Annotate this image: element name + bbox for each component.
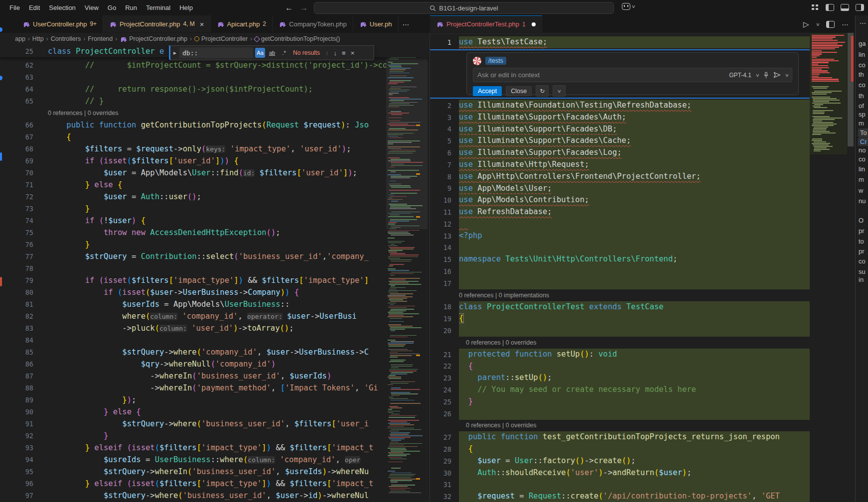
code-line[interactable]: 6use Illuminate\Support\Facades\Log; [430, 147, 810, 159]
forward-button[interactable]: → [300, 3, 308, 12]
line-number[interactable]: 73 [0, 205, 33, 213]
tab-apicart-php[interactable]: Apicart.php2 [211, 15, 273, 32]
line-number[interactable]: 1 [430, 38, 451, 46]
line-number[interactable]: 97 [0, 492, 33, 500]
code-line[interactable]: 97 $strQuery->where('business_user_id', … [0, 490, 430, 502]
code-line[interactable]: 11use RefreshDatabase; [430, 206, 810, 218]
line-number[interactable]: 65 [0, 97, 33, 105]
copilot-menu[interactable]: ∨ [622, 3, 635, 10]
line-number[interactable]: 5 [430, 137, 451, 145]
line-number[interactable]: 28 [430, 445, 451, 453]
codelens-label[interactable]: 0 references | 0 overrides [48, 110, 119, 117]
line-number[interactable]: 75 [0, 229, 33, 237]
code-line[interactable]: 32 $request = Request::create('/api/cont… [430, 491, 810, 502]
code-line[interactable]: 78 [0, 262, 430, 274]
tab-user-ph[interactable]: User.ph [353, 15, 399, 32]
line-number[interactable]: 95 [0, 468, 33, 476]
line-number[interactable]: 62 [0, 61, 33, 69]
line-number[interactable]: 10 [430, 196, 451, 204]
whole-word-toggle[interactable]: ab [267, 48, 277, 58]
line-number[interactable]: 8 [430, 173, 451, 181]
breadcrumb-item[interactable]: app [15, 35, 25, 42]
codelens-label[interactable]: 0 references | 0 overrides [466, 422, 537, 429]
run-button[interactable]: ▷ [803, 20, 809, 29]
line-number[interactable]: 2 [430, 102, 451, 110]
minimap[interactable] [386, 45, 428, 502]
menu-go[interactable]: Go [103, 4, 121, 11]
breadcrumb[interactable]: app›Http›Controllers›Frontend›ProjectCon… [0, 33, 430, 45]
command-center[interactable]: B1G1-design-laravel [314, 2, 614, 14]
line-number[interactable]: 25 [430, 398, 451, 406]
line-number[interactable]: 92 [0, 432, 33, 440]
line-number[interactable]: 96 [0, 480, 33, 488]
code-line[interactable]: 85 $strQuery->where('company_id', $user-… [0, 346, 430, 358]
close-button[interactable]: Close [506, 86, 532, 96]
code-line[interactable]: 19{ [430, 313, 810, 325]
line-number[interactable]: 31 [430, 481, 451, 489]
tab-companytoken-php[interactable]: CompanyToken.php [273, 15, 353, 32]
code-line[interactable]: 84 [0, 334, 430, 346]
line-number[interactable]: 90 [0, 408, 33, 416]
code-line[interactable]: 8use App\Http\Controllers\Frontend\Proje… [430, 171, 810, 183]
line-number[interactable]: 13 [430, 232, 451, 240]
breadcrumb-item[interactable]: getContributionTopProjects() [255, 35, 340, 42]
code-line[interactable]: 71 } else { [0, 179, 430, 191]
line-number[interactable]: 87 [0, 372, 33, 380]
code-line[interactable]: 14 [430, 242, 810, 254]
line-number[interactable]: 22 [430, 362, 451, 370]
line-number[interactable]: 67 [0, 133, 33, 141]
code-line[interactable]: 94 $usreIds = UserBusiness::where(column… [0, 454, 430, 466]
code-line[interactable]: 75 throw new AccessDeniedHttpException()… [0, 227, 430, 239]
code-line[interactable]: 12 [430, 218, 810, 230]
line-number[interactable]: 84 [0, 336, 33, 344]
line-number[interactable]: 86 [0, 360, 33, 368]
line-number[interactable]: 32 [430, 493, 451, 501]
minimap-right[interactable] [810, 33, 847, 502]
code-line[interactable]: 20 [430, 325, 810, 337]
find-close-icon[interactable]: × [349, 49, 356, 57]
code-line[interactable]: 81 $userIds = App\Models\UserBusiness:: [0, 298, 430, 310]
code-line[interactable]: 23 parent::setUp(); [430, 372, 810, 384]
line-number[interactable]: 79 [0, 276, 33, 284]
code-line[interactable]: 63 [0, 71, 430, 83]
codelens[interactable]: 0 references | 0 overrides [430, 420, 810, 432]
code-line[interactable]: 13<?php [430, 230, 810, 242]
code-line[interactable]: 95 $strQuery->whereIn('business_user_id'… [0, 466, 430, 478]
line-number[interactable]: 20 [430, 327, 451, 335]
code-line[interactable]: 82 where(column: 'company_id', operator:… [0, 310, 430, 322]
code-line[interactable]: 30 Auth::shouldReceive('user')->andRetur… [430, 467, 810, 479]
toggle-sidebar-icon[interactable] [826, 4, 834, 11]
line-number[interactable]: 12 [430, 220, 451, 228]
run-dropdown-icon[interactable]: ∨ [815, 22, 820, 27]
tab-projectcontroller-php[interactable]: ProjectController.php4, M× [103, 15, 211, 32]
menu-run[interactable]: Run [121, 4, 142, 11]
code-line[interactable]: 77 $strQuery = Contribution::select('bus… [0, 251, 430, 262]
line-number[interactable]: 9 [430, 184, 451, 192]
tab-usercontroller-php[interactable]: UserController.php9+ [16, 15, 103, 32]
line-number[interactable]: 66 [0, 121, 33, 129]
code-line[interactable]: 9use App\Models\User; [430, 183, 810, 195]
line-number[interactable]: 81 [0, 300, 33, 308]
customize-layout-icon[interactable] [811, 4, 819, 10]
codelens[interactable]: 0 references | 0 implementations [430, 289, 810, 301]
code-line[interactable]: 4use Illuminate\Support\Facades\DB; [430, 124, 810, 135]
more-actions-icon[interactable]: ⋯ [842, 20, 849, 28]
code-line[interactable]: 83 ->pluck(column: 'user_id')->toArray()… [0, 322, 430, 334]
menu-file[interactable]: File [5, 4, 24, 11]
line-number[interactable]: 7 [430, 161, 451, 169]
line-number[interactable]: 71 [0, 181, 33, 189]
line-number[interactable]: 68 [0, 145, 33, 153]
code-line[interactable]: 88 ->whereIn('payment_method', ['Impact … [0, 382, 430, 394]
code-line[interactable]: 28 { [430, 443, 810, 455]
line-number[interactable]: 27 [430, 433, 451, 441]
code-line[interactable]: 91 $strQuery->where('business_user_id', … [0, 418, 430, 430]
line-number[interactable]: 78 [0, 264, 33, 272]
line-number[interactable]: 16 [430, 267, 451, 275]
code-line[interactable]: 15namespace Tests\Unit\Http\Controllers\… [430, 253, 810, 265]
find-expand-icon[interactable]: ▸ [172, 49, 177, 56]
code-line[interactable]: 21 protected function setUp(): void [430, 349, 810, 361]
line-number[interactable]: 64 [0, 85, 33, 93]
find-in-selection-icon[interactable]: ≡ [340, 49, 347, 57]
retry-icon[interactable]: ↻ [536, 85, 549, 97]
breadcrumb-item[interactable]: ProjectController.php [120, 35, 187, 42]
